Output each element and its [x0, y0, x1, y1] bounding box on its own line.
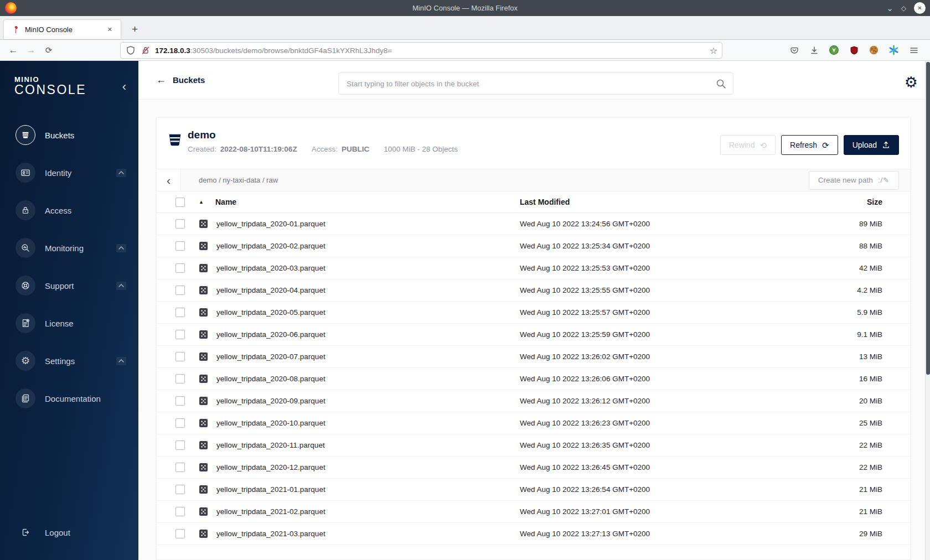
table-row[interactable]: yellow_tripdata_2021-03.parquet Wed Aug … [157, 523, 910, 545]
table-row[interactable]: yellow_tripdata_2020-03.parquet Wed Aug … [157, 257, 910, 279]
access-label: Access: [312, 145, 338, 153]
object-name[interactable]: yellow_tripdata_2020-02.parquet [215, 242, 520, 250]
cookie-icon[interactable] [869, 45, 879, 55]
object-name[interactable]: yellow_tripdata_2021-01.parquet [215, 485, 520, 494]
shield-permissions-icon[interactable] [126, 45, 136, 55]
table-row[interactable]: yellow_tripdata_2020-04.parquet Wed Aug … [157, 279, 910, 302]
row-checkbox[interactable] [175, 507, 185, 516]
row-checkbox[interactable] [175, 219, 185, 229]
create-new-path-button[interactable]: Create new path :/✎ [809, 171, 899, 190]
table-row[interactable]: yellow_tripdata_2020-06.parquet Wed Aug … [157, 324, 910, 346]
sidebar-item-access[interactable]: Access [0, 200, 138, 220]
table-row[interactable]: yellow_tripdata_2020-08.parquet Wed Aug … [157, 368, 910, 390]
sidebar-item-settings[interactable]: ⚙ Settings [0, 351, 138, 371]
scrollbar-thumb[interactable] [926, 62, 930, 375]
refresh-button[interactable]: Refresh⟳ [781, 135, 838, 155]
row-checkbox[interactable] [175, 308, 185, 317]
sidebar-item-support[interactable]: Support [0, 276, 138, 295]
column-size[interactable]: Size [822, 198, 882, 206]
row-checkbox[interactable] [175, 263, 185, 273]
sidebar-item-license[interactable]: License [0, 313, 138, 333]
window-close-icon[interactable]: ✕ [914, 2, 926, 14]
console-settings-gear-icon[interactable]: ⚙ [905, 75, 918, 90]
table-row[interactable]: yellow_tripdata_2020-05.parquet Wed Aug … [157, 302, 910, 324]
insecure-lock-icon[interactable] [141, 45, 151, 55]
row-checkbox[interactable] [175, 418, 185, 428]
column-name[interactable]: Name [215, 198, 520, 206]
sidebar-item-buckets[interactable]: Buckets [0, 125, 138, 145]
row-checkbox[interactable] [175, 330, 185, 339]
nav-back-icon[interactable]: ← [4, 45, 22, 56]
window-controls: ⌄ ◇ ✕ [886, 0, 926, 16]
url-text[interactable]: 172.18.0.3:30503/buckets/demo/browse/bnk… [155, 46, 710, 55]
sidebar-collapse-icon[interactable]: ‹ [122, 81, 126, 93]
ublock-origin-icon[interactable] [849, 45, 859, 55]
select-all-checkbox[interactable] [175, 198, 185, 207]
back-to-buckets[interactable]: ← Buckets [156, 74, 205, 86]
object-name[interactable]: yellow_tripdata_2021-03.parquet [215, 530, 520, 538]
object-name[interactable]: yellow_tripdata_2020-05.parquet [215, 308, 520, 317]
nav-reload-icon[interactable]: ⟳ [40, 45, 58, 55]
pocket-icon[interactable] [789, 45, 799, 55]
breadcrumb[interactable]: demo / ny-taxi-data / raw [181, 169, 809, 191]
sidebar-item-monitoring[interactable]: Monitoring [0, 238, 138, 258]
row-checkbox[interactable] [175, 352, 185, 361]
browser-tab[interactable]: MinIO Console ✕ [4, 20, 121, 39]
table-row[interactable]: yellow_tripdata_2020-09.parquet Wed Aug … [157, 390, 910, 412]
extension-asterisk-icon[interactable] [888, 45, 899, 55]
object-name[interactable]: yellow_tripdata_2020-09.parquet [215, 397, 520, 405]
object-name[interactable]: yellow_tripdata_2020-08.parquet [215, 375, 520, 383]
new-tab-button[interactable]: + [128, 23, 141, 35]
table-row[interactable]: yellow_tripdata_2021-01.parquet Wed Aug … [157, 479, 910, 501]
window-minimize-icon[interactable]: ⌄ [886, 4, 893, 12]
sidebar-item-identity[interactable]: Identity [0, 163, 138, 183]
row-checkbox[interactable] [175, 485, 185, 494]
upload-button[interactable]: Upload [844, 135, 899, 155]
row-checkbox[interactable] [175, 396, 185, 406]
table-row[interactable]: yellow_tripdata_2020-07.parquet Wed Aug … [157, 346, 910, 368]
row-checkbox[interactable] [175, 440, 185, 450]
object-name[interactable]: yellow_tripdata_2020-12.parquet [215, 463, 520, 471]
sidebar-item-documentation[interactable]: Documentation [0, 388, 138, 408]
browser-toolbar: ← → ⟳ 172.18.0.3:30503/buckets/demo/brow… [0, 40, 930, 61]
object-name[interactable]: yellow_tripdata_2020-07.parquet [215, 352, 520, 361]
row-checkbox[interactable] [175, 374, 185, 383]
hamburger-menu-icon[interactable] [908, 45, 919, 55]
table-row[interactable]: yellow_tripdata_2020-01.parquet Wed Aug … [157, 213, 910, 235]
rewind-button[interactable]: Rewind⟲ [720, 135, 776, 155]
window-maximize-icon[interactable]: ◇ [901, 5, 906, 12]
path-back-button[interactable]: ‹ [157, 169, 181, 191]
downloads-icon[interactable] [809, 45, 819, 55]
tab-close-icon[interactable]: ✕ [105, 24, 115, 35]
object-name[interactable]: yellow_tripdata_2021-02.parquet [215, 507, 520, 516]
identity-expand-icon[interactable] [116, 169, 126, 177]
table-row[interactable]: yellow_tripdata_2020-02.parquet Wed Aug … [157, 235, 910, 257]
object-name[interactable]: yellow_tripdata_2020-04.parquet [215, 286, 520, 294]
bookmark-star-icon[interactable]: ☆ [710, 45, 717, 56]
object-name[interactable]: yellow_tripdata_2020-06.parquet [215, 330, 520, 339]
url-bar[interactable]: 172.18.0.3:30503/buckets/demo/browse/bnk… [120, 42, 722, 59]
row-checkbox[interactable] [175, 463, 185, 472]
settings-expand-icon[interactable] [116, 357, 126, 365]
row-checkbox[interactable] [175, 529, 185, 538]
row-checkbox[interactable] [175, 286, 185, 295]
table-row[interactable]: yellow_tripdata_2020-12.parquet Wed Aug … [157, 457, 910, 479]
object-name[interactable]: yellow_tripdata_2020-03.parquet [215, 264, 520, 272]
table-row[interactable]: yellow_tripdata_2020-10.parquet Wed Aug … [157, 412, 910, 434]
object-filter-input[interactable] [347, 80, 716, 88]
logout-button[interactable]: Logout [0, 522, 138, 542]
table-row[interactable]: yellow_tripdata_2021-02.parquet Wed Aug … [157, 501, 910, 523]
settings-gear-icon: ⚙ [16, 351, 35, 371]
row-checkbox[interactable] [175, 241, 185, 251]
sort-asc-icon[interactable]: ▲ [199, 199, 215, 205]
nav-forward-icon[interactable]: → [22, 45, 40, 56]
table-row[interactable]: yellow_tripdata_2020-11.parquet Wed Aug … [157, 434, 910, 457]
object-name[interactable]: yellow_tripdata_2020-01.parquet [215, 220, 520, 228]
column-last-modified[interactable]: Last Modified [520, 198, 822, 206]
object-name[interactable]: yellow_tripdata_2020-10.parquet [215, 419, 520, 427]
monitoring-expand-icon[interactable] [116, 244, 126, 252]
privacy-badger-icon[interactable] [829, 45, 839, 55]
support-expand-icon[interactable] [116, 282, 126, 290]
page-scrollbar[interactable] [925, 61, 930, 560]
object-name[interactable]: yellow_tripdata_2020-11.parquet [215, 441, 520, 449]
